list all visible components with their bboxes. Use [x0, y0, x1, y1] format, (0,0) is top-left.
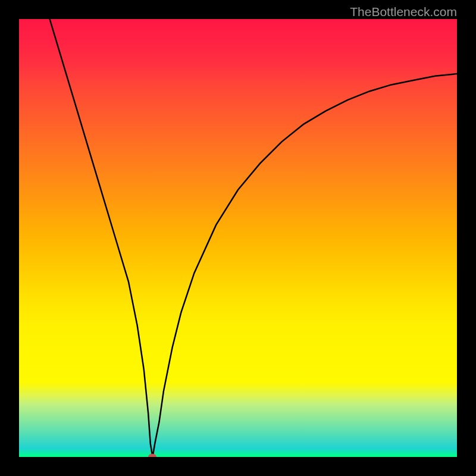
chart-plot-area: [19, 19, 457, 457]
minimum-marker: [148, 454, 156, 458]
watermark-label: TheBottleneck.com: [350, 5, 457, 19]
bottleneck-curve-line: [50, 19, 457, 457]
curve-svg: [19, 19, 457, 457]
chart-container: TheBottleneck.com: [0, 0, 476, 476]
